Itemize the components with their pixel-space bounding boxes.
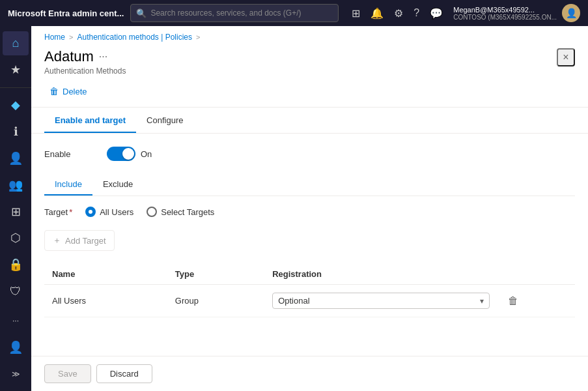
radio-select-targets[interactable]: Select Targets — [147, 207, 214, 217]
search-input[interactable] — [150, 8, 333, 18]
save-button[interactable]: Save — [44, 364, 91, 383]
toolbar: 🗑 Delete — [31, 81, 588, 108]
search-box[interactable]: 🔍 — [130, 4, 339, 22]
add-target-label: Add Target — [65, 236, 106, 246]
enable-toggle[interactable] — [107, 147, 135, 161]
tab-bar: Enable and target Configure — [31, 108, 588, 134]
table-body: All Users Group Optional ▾ 🗑 — [44, 285, 575, 317]
registration-dropdown[interactable]: Optional ▾ — [272, 293, 490, 309]
table-header-row: Name Type Registration — [44, 264, 575, 285]
panel-more-button[interactable]: ··· — [99, 51, 107, 63]
sidebar-item-security[interactable]: 🛡 — [3, 280, 29, 304]
target-label: Target * — [44, 207, 72, 217]
help-icon[interactable]: ? — [413, 7, 419, 19]
radio-select-targets-btn — [147, 207, 157, 217]
sidebar-item-profile[interactable]: 👤 — [3, 335, 29, 359]
user-section[interactable]: MeganB@M365x49592... CONTOSO (M365X49592… — [453, 4, 580, 22]
target-row: Target * All Users Select Targets — [44, 207, 575, 217]
notification-icon[interactable]: 🔔 — [371, 7, 384, 20]
user-tenant: CONTOSO (M365X49592255.ON... — [453, 14, 557, 21]
main-layout: ⌂ ★ ◆ ℹ 👤 👥 ⊞ ⬡ 🔒 🛡 ··· 👤 ≫ Home > Authe… — [0, 26, 588, 391]
col-type: Type — [167, 264, 264, 285]
col-registration: Registration — [264, 264, 497, 285]
radio-group: All Users Select Targets — [85, 207, 214, 217]
radio-all-users-label: All Users — [100, 207, 133, 217]
table-head: Name Type Registration — [44, 264, 575, 285]
sidebar-item-users[interactable]: 👤 — [3, 146, 29, 170]
footer: Save Discard — [31, 356, 588, 391]
radio-select-targets-label: Select Targets — [161, 207, 214, 217]
toggle-container: On — [107, 147, 152, 161]
toggle-knob — [122, 148, 134, 160]
panel-subtitle: Authentication Methods — [44, 66, 126, 76]
sidebar-item-more[interactable]: ··· — [3, 309, 29, 333]
sidebar-item-apps[interactable]: ⊞ — [3, 199, 29, 224]
cell-registration: Optional ▾ — [264, 285, 497, 317]
data-table: Name Type Registration All Users Group O… — [44, 264, 575, 317]
panel-header: Adatum ··· Authentication Methods × — [31, 46, 588, 81]
settings-icon[interactable]: ⚙ — [394, 7, 403, 20]
discard-button[interactable]: Discard — [96, 364, 152, 383]
sidebar-item-expand[interactable]: ≫ — [3, 362, 29, 386]
toggle-state: On — [141, 149, 152, 159]
add-target-button[interactable]: ＋ Add Target — [44, 230, 115, 251]
top-bar-icons: ⊞ 🔔 ⚙ ? 💬 MeganB@M365x49592... CONTOSO (… — [352, 4, 580, 22]
radio-all-users-btn — [85, 207, 96, 217]
breadcrumb-auth-methods[interactable]: Authentication methods | Policies — [77, 33, 192, 42]
radio-all-users[interactable]: All Users — [85, 207, 133, 217]
tab-enable-target[interactable]: Enable and target — [44, 108, 136, 133]
sub-tab-exclude[interactable]: Exclude — [92, 174, 143, 195]
delete-label: Delete — [63, 87, 87, 96]
portal-icon[interactable]: ⊞ — [352, 7, 360, 20]
sidebar-item-network[interactable]: ⬡ — [3, 226, 29, 250]
col-actions — [497, 264, 575, 285]
sidebar-item-identity[interactable]: ◆ — [3, 93, 29, 117]
cell-delete: 🗑 — [497, 285, 575, 317]
panel-body: Enable On Include Exclude Target * — [31, 134, 588, 356]
search-icon: 🔍 — [136, 8, 147, 18]
panel-title-section: Adatum ··· Authentication Methods — [44, 48, 126, 76]
top-bar: Microsoft Entra admin cent... 🔍 ⊞ 🔔 ⚙ ? … — [0, 0, 588, 26]
sidebar-item-lock[interactable]: 🔒 — [3, 253, 29, 277]
user-avatar[interactable]: 👤 — [562, 4, 580, 22]
content-area: Home > Authentication methods | Policies… — [31, 26, 588, 391]
cell-type: Group — [167, 285, 264, 317]
registration-value: Optional — [278, 296, 475, 306]
app-title: Microsoft Entra admin cent... — [8, 8, 124, 18]
delete-button[interactable]: 🗑 Delete — [44, 83, 92, 99]
table-row: All Users Group Optional ▾ 🗑 — [44, 285, 575, 317]
panel-title-row: Adatum ··· — [44, 48, 126, 65]
sub-tab-bar: Include Exclude — [44, 174, 575, 196]
sidebar-item-favorites[interactable]: ★ — [3, 58, 29, 82]
close-button[interactable]: × — [557, 48, 575, 66]
sidebar-item-info[interactable]: ℹ — [3, 120, 29, 144]
col-name: Name — [44, 264, 167, 285]
breadcrumb: Home > Authentication methods | Policies… — [31, 26, 588, 46]
panel-title: Adatum — [44, 48, 94, 65]
add-icon: ＋ — [53, 235, 61, 246]
required-star: * — [69, 207, 72, 217]
cell-name: All Users — [44, 285, 167, 317]
chevron-down-icon: ▾ — [480, 297, 484, 306]
user-info: MeganB@M365x49592... CONTOSO (M365X49592… — [453, 6, 557, 21]
tab-configure[interactable]: Configure — [136, 108, 193, 133]
breadcrumb-home[interactable]: Home — [44, 33, 65, 42]
sidebar: ⌂ ★ ◆ ℹ 👤 👥 ⊞ ⬡ 🔒 🛡 ··· 👤 ≫ — [0, 26, 31, 391]
sub-tab-include[interactable]: Include — [44, 174, 92, 195]
sidebar-item-groups[interactable]: 👥 — [3, 173, 29, 197]
row-delete-icon[interactable]: 🗑 — [505, 293, 521, 309]
user-name: MeganB@M365x49592... — [453, 6, 557, 14]
breadcrumb-sep2: > — [196, 33, 200, 41]
sidebar-item-home[interactable]: ⌂ — [3, 31, 29, 55]
delete-icon: 🗑 — [49, 86, 59, 96]
enable-label: Enable — [44, 149, 96, 159]
feedback-icon[interactable]: 💬 — [430, 7, 443, 20]
enable-row: Enable On — [44, 147, 575, 161]
breadcrumb-sep1: > — [69, 33, 73, 41]
